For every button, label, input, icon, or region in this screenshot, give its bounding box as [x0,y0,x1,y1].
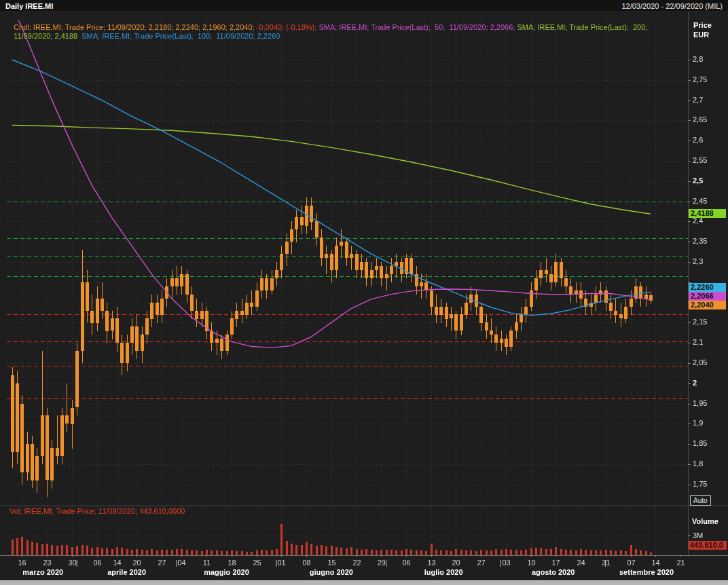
price-volume-chart-canvas[interactable] [0,12,728,585]
auto-scale-button[interactable]: Auto [690,495,711,506]
price-axis-title-line2: EUR [693,30,712,39]
sma200-price-label: 2,4188 [689,209,726,218]
horizontal-scrollbar[interactable] [0,580,728,585]
window-titlebar[interactable]: Daily IREE.MI 12/03/2020 - 22/09/2020 (M… [0,0,728,12]
last-price-label: 2,2040 [689,301,726,309]
price-axis-title-line1: Price [693,20,712,30]
last-volume-label: 443.610,0 [689,541,727,550]
sma100-price-label: 2,2260 [689,283,726,292]
date-range-label: 12/03/2020 - 22/09/2020 (MIL) [621,2,723,10]
volume-axis-title: Volume [692,517,718,525]
sma50-price-label: 2,2066 [689,292,726,301]
volume-axis-tick-label: 3M [693,531,703,540]
volume-legend: Vol; IREE.MI; Trade Price; 11/09/2020; 4… [10,507,185,515]
price-axis-title: Price EUR [693,20,712,39]
chart-title: Daily IREE.MI [5,2,53,10]
